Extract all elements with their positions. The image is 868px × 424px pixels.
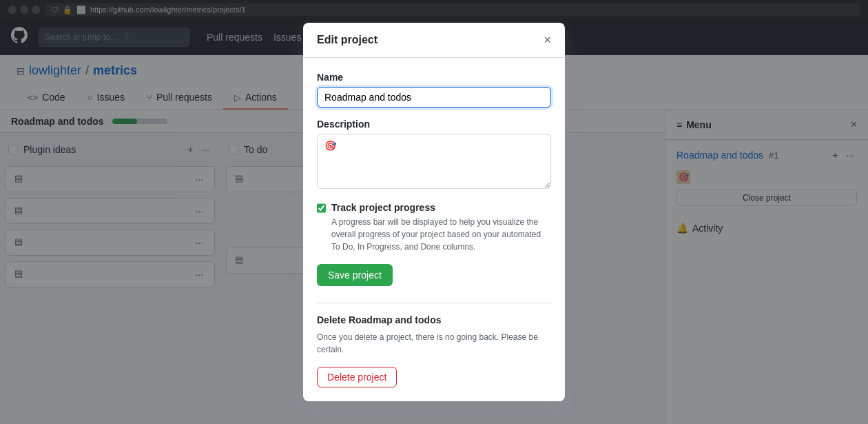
modal-overlay: Edit project × Name Description 🎯 Track … (0, 110, 868, 424)
delete-description: Once you delete a project, there is no g… (317, 331, 551, 356)
track-progress-description: A progress bar will be displayed to help… (331, 216, 551, 253)
save-project-button[interactable]: Save project (317, 264, 393, 286)
track-progress-row: Track project progress A progress bar wi… (317, 202, 551, 253)
delete-project-button[interactable]: Delete project (317, 367, 397, 387)
track-progress-checkbox[interactable] (317, 203, 326, 213)
main-content: Roadmap and todos Plugin ideas + ··· (0, 110, 868, 424)
edit-project-modal: Edit project × Name Description 🎯 Track … (303, 110, 565, 401)
modal-divider (317, 303, 551, 303)
description-label: Description (317, 119, 551, 130)
track-progress-label: Track project progress (331, 202, 551, 213)
delete-section-title: Delete Roadmap and todos (317, 314, 551, 325)
track-progress-content: Track project progress A progress bar wi… (331, 202, 551, 253)
description-field-group: Description 🎯 (317, 119, 551, 191)
modal-body: Name Description 🎯 Track project progres… (303, 110, 565, 401)
description-textarea[interactable]: 🎯 (317, 134, 551, 189)
